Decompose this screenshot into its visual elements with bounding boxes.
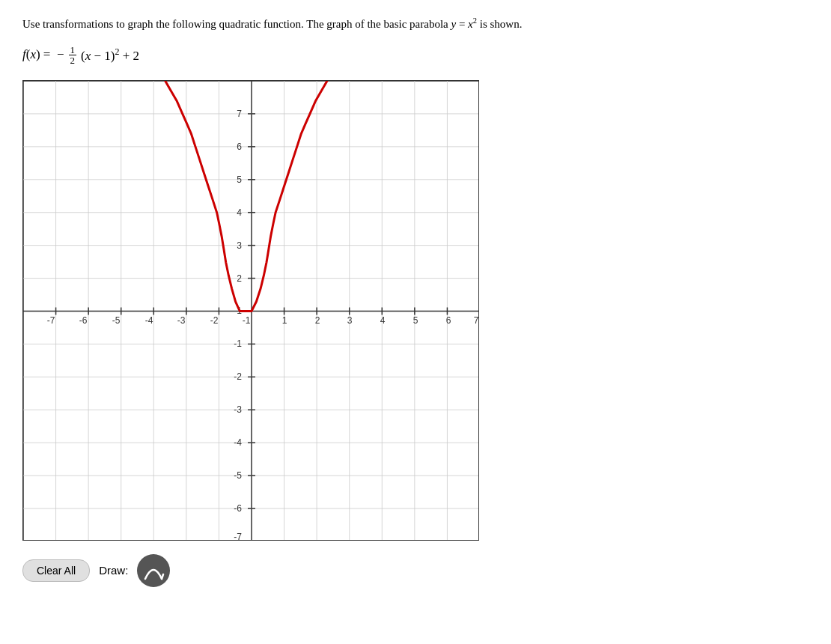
- clear-all-button[interactable]: Clear All: [22, 559, 90, 582]
- svg-text:3: 3: [237, 240, 242, 251]
- svg-text:6: 6: [446, 315, 451, 326]
- svg-text:-5: -5: [234, 470, 242, 481]
- svg-text:-2: -2: [210, 315, 219, 326]
- fraction-half: 1 2: [69, 45, 77, 65]
- parabola-draw-icon: [142, 559, 165, 582]
- draw-label-text: Draw:: [99, 564, 128, 577]
- svg-line-79: [162, 574, 163, 579]
- svg-text:5: 5: [237, 174, 242, 185]
- function-fx: f(x) = −: [22, 47, 64, 62]
- svg-text:-6: -6: [79, 315, 88, 326]
- svg-text:7: 7: [474, 315, 479, 326]
- svg-text:-6: -6: [234, 503, 242, 514]
- instruction-text: Use transformations to graph the followi…: [22, 15, 809, 33]
- svg-text:-3: -3: [234, 404, 242, 415]
- svg-text:7: 7: [237, 109, 242, 119]
- svg-text:5: 5: [413, 315, 418, 326]
- svg-text:-1: -1: [243, 315, 251, 326]
- svg-text:-1: -1: [234, 338, 242, 349]
- graph-area: -7 -6 -5 -4 -3 -2 -1 1 2 3 4 5 6 7 7 6 5…: [22, 80, 479, 541]
- function-display: f(x) = − 1 2 (x − 1)2 + 2: [22, 45, 809, 65]
- svg-text:1: 1: [282, 315, 287, 326]
- draw-icon-button[interactable]: [137, 554, 170, 587]
- svg-text:2: 2: [315, 315, 320, 326]
- svg-text:6: 6: [237, 142, 242, 152]
- svg-text:-3: -3: [177, 315, 186, 326]
- svg-text:3: 3: [347, 315, 353, 326]
- function-rest: (x − 1)2 + 2: [81, 46, 139, 64]
- graph-svg: -7 -6 -5 -4 -3 -2 -1 1 2 3 4 5 6 7 7 6 5…: [23, 81, 479, 541]
- toolbar: Clear All Draw:: [22, 554, 809, 587]
- svg-text:2: 2: [237, 273, 242, 284]
- svg-text:4: 4: [380, 315, 386, 326]
- svg-text:-7: -7: [234, 532, 242, 541]
- svg-text:-5: -5: [112, 315, 121, 326]
- svg-text:-7: -7: [47, 315, 55, 326]
- svg-text:4: 4: [237, 207, 242, 218]
- svg-text:-4: -4: [234, 437, 242, 448]
- svg-text:-2: -2: [234, 371, 242, 382]
- svg-text:-4: -4: [145, 315, 153, 326]
